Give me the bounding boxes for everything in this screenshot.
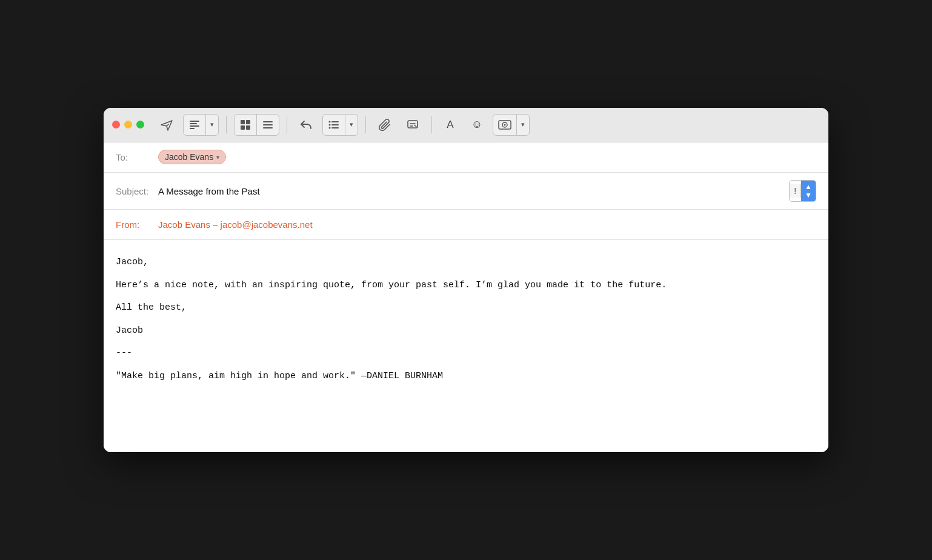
- bullets-button[interactable]: [323, 115, 345, 135]
- separator-1: [226, 116, 227, 133]
- svg-rect-0: [190, 121, 199, 122]
- maximize-button[interactable]: [136, 121, 144, 128]
- svg-rect-5: [246, 120, 250, 124]
- to-field-row: To: Jacob Evans ▾: [104, 142, 828, 173]
- separator-3: [365, 116, 366, 133]
- compose-area: To: Jacob Evans ▾ Subject: A Message fro…: [104, 142, 828, 453]
- close-button[interactable]: [112, 121, 120, 128]
- font-button[interactable]: A: [439, 115, 461, 135]
- link-attachment-button[interactable]: [401, 115, 424, 135]
- reply-button[interactable]: [295, 115, 318, 135]
- from-label: From:: [116, 219, 158, 230]
- recipient-chevron-icon: ▾: [216, 154, 219, 161]
- body-greeting: Jacob,: [116, 255, 816, 270]
- format-group: ▾: [183, 114, 219, 136]
- separator-2: [287, 116, 287, 133]
- svg-rect-7: [246, 125, 250, 130]
- photo-dropdown-button[interactable]: ▾: [517, 115, 529, 135]
- from-display[interactable]: Jacob Evans – jacob@jacobevans.net: [158, 219, 816, 230]
- svg-rect-16: [331, 127, 339, 128]
- priority-arrows[interactable]: ▲ ▼: [801, 181, 816, 202]
- format-dropdown-button[interactable]: ▾: [206, 115, 218, 135]
- svg-point-13: [329, 124, 331, 125]
- photo-button[interactable]: [493, 115, 517, 135]
- svg-rect-4: [241, 120, 245, 124]
- svg-point-15: [329, 127, 331, 128]
- body-divider: ---: [116, 345, 816, 361]
- body-signature: Jacob: [116, 323, 816, 339]
- compose-window: ▾: [104, 108, 828, 453]
- subject-field-row: Subject: A Message from the Past ! ▲ ▼: [104, 173, 828, 210]
- svg-rect-14: [331, 124, 339, 125]
- body-paragraph1: Here’s a nice note, with an inspiring qu…: [116, 278, 816, 293]
- from-field-row: From: Jacob Evans – jacob@jacobevans.net: [104, 210, 828, 240]
- svg-rect-1: [190, 123, 197, 124]
- body-closing: All the best,: [116, 300, 816, 316]
- minimize-button[interactable]: [124, 121, 132, 128]
- svg-rect-12: [331, 121, 339, 122]
- svg-rect-3: [190, 128, 195, 129]
- rich-view-button[interactable]: [235, 115, 257, 135]
- subject-label: Subject:: [116, 186, 158, 196]
- svg-point-20: [504, 124, 506, 125]
- svg-rect-9: [263, 124, 273, 125]
- to-label: To:: [116, 152, 158, 162]
- rich-text-button[interactable]: [184, 115, 206, 135]
- bullets-dropdown-button[interactable]: ▾: [345, 115, 358, 135]
- traffic-lights: [112, 121, 144, 128]
- svg-rect-8: [263, 121, 273, 122]
- svg-point-11: [329, 121, 331, 122]
- send-button[interactable]: [155, 115, 178, 135]
- toolbar: ▾: [104, 108, 828, 142]
- priority-control[interactable]: ! ▲ ▼: [789, 180, 816, 202]
- recipient-chip[interactable]: Jacob Evans ▾: [158, 150, 226, 164]
- recipient-name: Jacob Evans: [165, 152, 213, 162]
- attachment-button[interactable]: [373, 115, 396, 135]
- svg-rect-6: [241, 125, 245, 130]
- email-body[interactable]: Jacob, Here’s a nice note, with an inspi…: [104, 240, 828, 452]
- photo-group: ▾: [493, 114, 530, 136]
- emoji-button[interactable]: ☺: [466, 115, 488, 135]
- separator-4: [431, 116, 432, 133]
- view-group: [234, 114, 279, 136]
- svg-rect-2: [190, 125, 199, 127]
- plain-view-button[interactable]: [257, 115, 279, 135]
- priority-exclaim-icon: !: [790, 184, 801, 198]
- subject-text[interactable]: A Message from the Past: [158, 186, 789, 196]
- svg-rect-10: [263, 127, 273, 128]
- bullets-group: ▾: [322, 114, 358, 136]
- body-quote: "Make big plans, aim high in hope and wo…: [116, 368, 816, 384]
